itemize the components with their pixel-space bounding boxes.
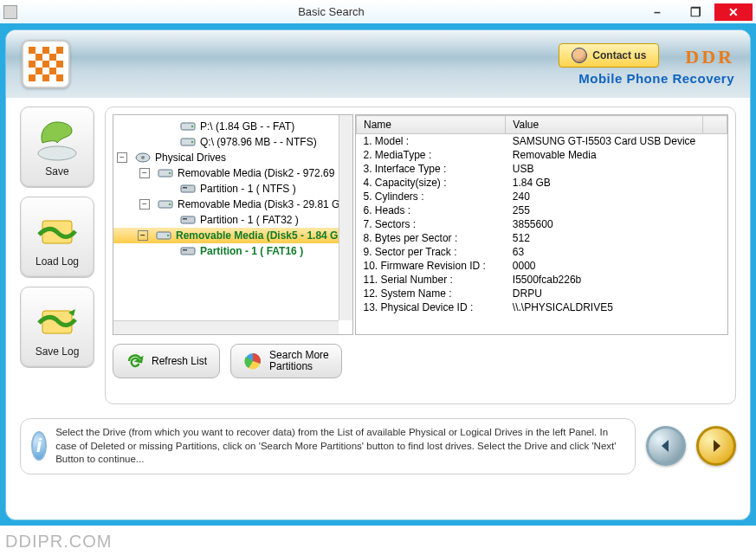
table-row[interactable]: 11. Serial Number :I5500fcab226b — [357, 273, 727, 287]
save-label: Save — [45, 165, 68, 177]
prev-button[interactable] — [646, 426, 686, 466]
table-row[interactable]: 12. System Name :DRPU — [357, 287, 727, 300]
prop-value: 63 — [506, 245, 702, 259]
brand-subtitle: Mobile Phone Recovery — [559, 71, 734, 86]
svg-point-18 — [191, 126, 193, 127]
collapse-icon[interactable]: − — [139, 168, 150, 178]
table-row[interactable]: 1. Model :SAMSUNG GT-I5503 Card USB Devi… — [357, 134, 727, 149]
prop-value: SAMSUNG GT-I5503 Card USB Device — [506, 134, 702, 149]
drive-tree[interactable]: P:\ (1.84 GB - - FAT)Q:\ (978.96 MB - - … — [113, 114, 353, 335]
table-row[interactable]: 3. Interface Type :USB — [357, 162, 727, 176]
col-name[interactable]: Name — [357, 116, 506, 134]
brand-header: Contact us DDR Mobile Phone Recovery — [6, 30, 750, 98]
prop-name: 1. Model : — [357, 134, 506, 149]
hdd-icon — [134, 152, 152, 164]
svg-rect-2 — [42, 47, 49, 54]
person-icon — [572, 48, 587, 63]
prop-value: 512 — [506, 231, 702, 245]
refresh-label: Refresh List — [152, 355, 207, 367]
arrow-left-icon — [656, 436, 675, 455]
drive-icon — [157, 198, 174, 210]
app-logo-icon — [22, 40, 70, 88]
arrow-right-icon — [707, 436, 726, 455]
tree-node[interactable]: −Removable Media (Disk5 - 1.84 GB — [113, 228, 351, 243]
footer-message: Select the Drive (from which you want to… — [55, 426, 624, 467]
prop-value: DRPU — [506, 287, 702, 300]
prop-name: 13. Physical Device ID : — [357, 300, 506, 314]
drive-icon — [155, 229, 172, 242]
svg-point-20 — [191, 141, 193, 143]
tree-node[interactable]: P:\ (1.84 GB - - FAT) — [115, 119, 351, 134]
save-button[interactable]: Save — [20, 106, 94, 188]
tree-node[interactable]: −Removable Media (Disk2 - 972.69 — [115, 165, 351, 181]
svg-rect-6 — [29, 61, 36, 68]
maximize-button[interactable]: ❐ — [676, 3, 714, 21]
prop-value: USB — [506, 162, 702, 176]
part-icon — [179, 183, 197, 195]
collapse-icon[interactable]: − — [138, 230, 148, 241]
body: Save Load Log Save Log — [6, 98, 750, 411]
prop-name: 7. Sectors : — [357, 217, 506, 231]
tree-node-label: Q:\ (978.96 MB - - NTFS) — [200, 136, 317, 148]
svg-rect-7 — [42, 61, 49, 68]
title-bar: Basic Search – ❐ ✕ — [0, 0, 756, 24]
table-row[interactable]: 5. Cylinders :240 — [357, 190, 727, 203]
table-row[interactable]: 4. Capacity(size) :1.84 GB — [357, 176, 727, 190]
tree-node-label: Removable Media (Disk5 - 1.84 GB — [176, 229, 346, 242]
tree-node[interactable]: Partition - 1 ( NTFS ) — [115, 181, 351, 197]
table-row[interactable]: 9. Sector per Track :63 — [357, 245, 727, 259]
tree-node[interactable]: Q:\ (978.96 MB - - NTFS) — [115, 134, 351, 150]
prop-value: 0000 — [506, 259, 702, 273]
tree-scrollbar-horizontal[interactable] — [113, 320, 339, 334]
svg-rect-9 — [36, 68, 42, 74]
col-value[interactable]: Value — [506, 116, 702, 134]
contact-us-button[interactable]: Contact us — [559, 43, 659, 68]
properties-table: Name Value 1. Model :SAMSUNG GT-I5503 Ca… — [355, 114, 728, 335]
svg-rect-29 — [181, 216, 195, 223]
table-row[interactable]: 6. Heads :255 — [357, 203, 727, 217]
save-log-label: Save Log — [36, 345, 80, 358]
prop-name: 6. Heads : — [357, 203, 506, 217]
drive-icon — [179, 136, 197, 148]
footer-box: i Select the Drive (from which you want … — [20, 418, 636, 474]
close-button[interactable]: ✕ — [714, 3, 753, 21]
prop-name: 2. MediaType : — [357, 148, 506, 162]
checker-icon — [29, 47, 63, 81]
prop-name: 8. Bytes per Sector : — [357, 231, 506, 245]
table-row[interactable]: 8. Bytes per Sector :512 — [357, 231, 727, 245]
app-icon — [3, 5, 17, 19]
action-row: Refresh List Search MorePartitions — [113, 344, 728, 378]
prop-value: 3855600 — [506, 217, 702, 231]
load-log-button[interactable]: Load Log — [20, 197, 94, 278]
window-title: Basic Search — [24, 5, 638, 18]
tree-node[interactable]: Partition - 1 ( FAT32 ) — [115, 212, 351, 228]
tree-node[interactable]: Partition - 1 ( FAT16 ) — [115, 243, 351, 259]
tree-node[interactable]: −Physical Drives — [115, 150, 351, 165]
collapse-icon[interactable]: − — [117, 152, 127, 163]
search-more-partitions-button[interactable]: Search MorePartitions — [230, 344, 342, 378]
table-row[interactable]: 2. MediaType :Removable Media — [357, 148, 727, 162]
pie-icon — [243, 352, 262, 371]
part-icon — [179, 245, 197, 257]
save-log-icon — [34, 297, 81, 344]
table-row[interactable]: 10. Firmware Revision ID :0000 — [357, 259, 727, 273]
tree-node-label: Partition - 1 ( NTFS ) — [200, 183, 296, 195]
contact-us-label: Contact us — [592, 49, 646, 61]
save-log-button[interactable]: Save Log — [20, 287, 94, 368]
load-log-icon — [34, 207, 81, 254]
shell: Contact us DDR Mobile Phone Recovery Sav… — [0, 24, 756, 526]
prop-name: 10. Firmware Revision ID : — [357, 259, 506, 273]
tree-node[interactable]: −Removable Media (Disk3 - 29.81 G — [115, 197, 351, 212]
refresh-list-button[interactable]: Refresh List — [113, 344, 220, 378]
prop-name: 9. Sector per Track : — [357, 245, 506, 259]
collapse-icon[interactable]: − — [139, 199, 150, 210]
table-row[interactable]: 7. Sectors :3855600 — [357, 217, 727, 231]
svg-point-24 — [169, 172, 171, 174]
svg-point-22 — [141, 156, 145, 159]
splitter: P:\ (1.84 GB - - FAT)Q:\ (978.96 MB - - … — [113, 114, 728, 335]
minimize-button[interactable]: – — [638, 3, 676, 21]
tree-node-label: Partition - 1 ( FAT16 ) — [200, 245, 303, 257]
tree-scrollbar-vertical[interactable] — [339, 115, 352, 320]
next-button[interactable] — [696, 426, 736, 466]
table-row[interactable]: 13. Physical Device ID :\\.\PHYSICALDRIV… — [357, 300, 727, 314]
